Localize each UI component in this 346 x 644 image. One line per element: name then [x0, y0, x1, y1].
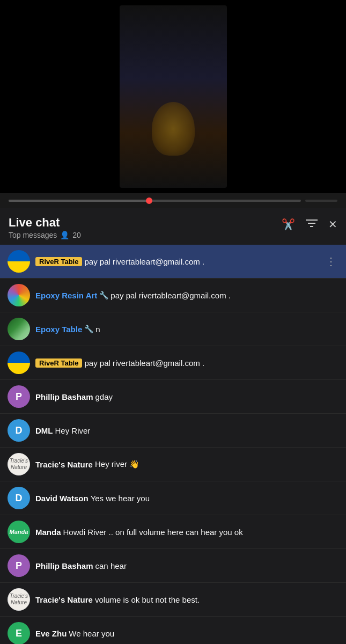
viewer-count: 20	[72, 231, 81, 239]
chat-message: Tracie'sNature Tracie's Nature volume is…	[0, 583, 346, 617]
video-player	[0, 0, 346, 193]
message-content: RiveR Table pay pal rivertableart@gmail.…	[35, 358, 338, 368]
message-text: Howdi River .. on full volume here can h…	[63, 528, 243, 537]
sender-name: Manda	[35, 528, 61, 537]
wrench-icon: 🔧	[84, 325, 93, 333]
avatar: D	[8, 419, 30, 442]
avatar: E	[8, 622, 30, 644]
wrench-icon: 🔧	[99, 291, 108, 299]
video-frame	[120, 5, 227, 188]
person-icon: 👤	[60, 231, 69, 239]
message-text: pay pal rivertableart@gmail.com .	[84, 257, 204, 266]
sender-name: David Watson	[35, 494, 89, 503]
message-text: n	[95, 325, 100, 334]
sender-name: Epoxy Table	[35, 325, 82, 334]
sender-name: Eve Zhu	[35, 629, 67, 638]
top-messages-label: Top messages	[9, 231, 57, 239]
message-content: Phillip Basham gday	[35, 392, 338, 401]
chat-message: D DML Hey River	[0, 414, 346, 448]
chat-message: Tracie'sNature Tracie's Nature Hey river…	[0, 448, 346, 481]
sender-name: Phillip Basham	[35, 561, 93, 570]
more-options-button[interactable]: ⋮	[323, 253, 338, 270]
sender-badge: RiveR Table	[35, 358, 82, 368]
message-text: volume is ok but not the best.	[95, 595, 200, 604]
avatar	[8, 318, 30, 340]
header-actions: ✂️ ✕	[282, 216, 337, 231]
chat-message: E Eve Zhu We hear you	[0, 617, 346, 644]
message-text: Hey river 👋	[95, 459, 139, 469]
progress-fill	[9, 200, 149, 202]
avatar	[8, 284, 30, 306]
sender-name: Tracie's Nature	[35, 460, 93, 469]
chat-title: Live chat	[9, 216, 81, 230]
chat-list: RiveR Table pay pal rivertableart@gmail.…	[0, 245, 346, 644]
message-text: Hey River	[55, 426, 91, 435]
message-content: Manda Howdi River .. on full volume here…	[35, 528, 338, 537]
tracie-avatar-text: Tracie'sNature	[10, 593, 28, 606]
avatar: Manda	[8, 521, 30, 543]
avatar: P	[8, 554, 30, 577]
message-content: Tracie's Nature volume is ok but not the…	[35, 595, 338, 604]
message-text: We hear you	[69, 629, 114, 638]
video-figure	[152, 102, 195, 156]
chat-message: RiveR Table pay pal rivertableart@gmail.…	[0, 245, 346, 279]
tracie-avatar-text: Tracie'sNature	[10, 458, 28, 471]
avatar: Tracie'sNature	[8, 588, 30, 611]
message-content: Eve Zhu We hear you	[35, 629, 338, 638]
sender-name: Phillip Basham	[35, 392, 93, 401]
chat-message: D David Watson Yes we hear you	[0, 481, 346, 515]
chat-message: RiveR Table pay pal rivertableart@gmail.…	[0, 346, 346, 380]
message-content: Epoxy Table 🔧 n	[35, 325, 338, 334]
manda-avatar-text: Manda	[10, 529, 28, 535]
message-content: David Watson Yes we hear you	[35, 494, 338, 503]
message-text: pay pal rivertableart@gmail.com .	[84, 358, 204, 368]
message-content: Phillip Basham can hear	[35, 561, 338, 570]
message-text: pay pal rivertableart@gmail.com .	[111, 291, 231, 300]
message-content: Epoxy Resin Art 🔧 pay pal rivertableart@…	[35, 291, 338, 300]
message-content: Tracie's Nature Hey river 👋	[35, 459, 338, 469]
message-content: DML Hey River	[35, 426, 338, 435]
progress-indicator	[146, 197, 152, 204]
chat-subtitle: Top messages 👤 20	[9, 231, 81, 239]
avatar: Tracie'sNature	[8, 453, 30, 475]
sender-name: Epoxy Resin Art	[35, 291, 97, 300]
avatar: P	[8, 385, 30, 408]
message-text: Yes we hear you	[91, 494, 150, 503]
sender-badge: RiveR Table	[35, 257, 82, 266]
chat-message: P Phillip Basham can hear	[0, 549, 346, 583]
progress-track[interactable]	[9, 200, 301, 202]
message-text: can hear	[95, 561, 127, 570]
sender-name: DML	[35, 426, 53, 435]
filter-button[interactable]	[306, 218, 318, 231]
avatar	[8, 352, 30, 374]
progress-bar-area	[0, 193, 346, 208]
chat-message: Epoxy Resin Art 🔧 pay pal rivertableart@…	[0, 279, 346, 312]
message-content: RiveR Table pay pal rivertableart@gmail.…	[35, 257, 318, 266]
message-text: gday	[95, 392, 113, 401]
progress-right-section	[305, 200, 337, 202]
close-button[interactable]: ✕	[328, 218, 337, 231]
chat-header: Live chat Top messages 👤 20 ✂️ ✕	[0, 208, 346, 245]
scissors-button[interactable]: ✂️	[282, 218, 295, 231]
chat-message: P Phillip Basham gday	[0, 380, 346, 414]
chat-message: Manda Manda Howdi River .. on full volum…	[0, 515, 346, 549]
avatar	[8, 250, 30, 273]
chat-message: Epoxy Table 🔧 n	[0, 312, 346, 346]
sender-name: Tracie's Nature	[35, 595, 93, 604]
chat-title-group: Live chat Top messages 👤 20	[9, 216, 81, 239]
avatar: D	[8, 487, 30, 509]
